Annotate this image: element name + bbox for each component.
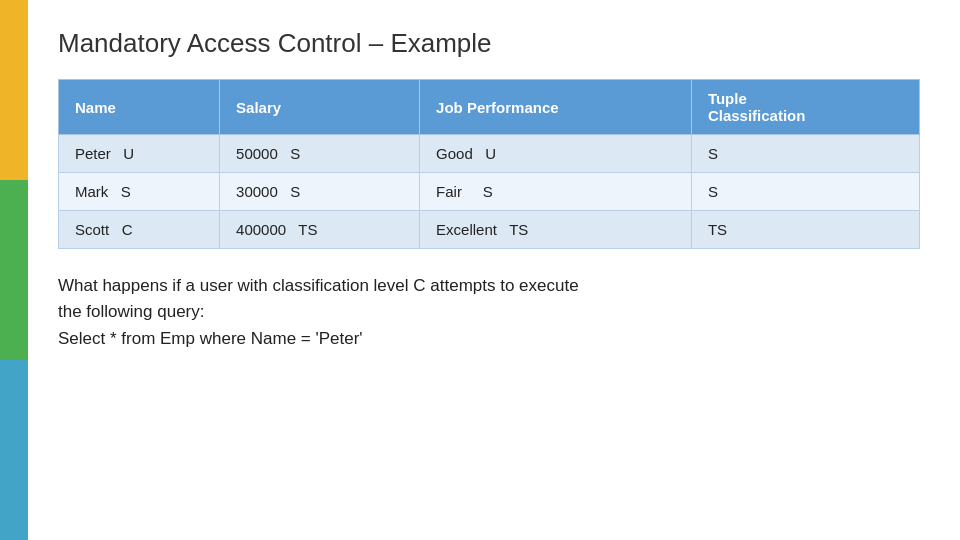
- cell-performance-peter: Good U: [420, 135, 692, 173]
- description-line1: What happens if a user with classificati…: [58, 276, 579, 295]
- cell-name-scott: Scott C: [59, 211, 220, 249]
- sidebar-blue-stripe: [0, 360, 28, 540]
- cell-tuple-scott: TS: [691, 211, 919, 249]
- table-header-row: Name Salary Job Performance TupleClassif…: [59, 80, 920, 135]
- cell-name-peter: Peter U: [59, 135, 220, 173]
- col-header-salary: Salary: [220, 80, 420, 135]
- cell-name-mark: Mark S: [59, 173, 220, 211]
- table-row: Peter U 50000 S Good U S: [59, 135, 920, 173]
- cell-performance-mark: Fair S: [420, 173, 692, 211]
- description-line3: Select * from Emp where Name = 'Peter': [58, 329, 363, 348]
- mac-table: Name Salary Job Performance TupleClassif…: [58, 79, 920, 249]
- cell-salary-mark: 30000 S: [220, 173, 420, 211]
- table-row: Scott C 400000 TS Excellent TS TS: [59, 211, 920, 249]
- cell-performance-scott: Excellent TS: [420, 211, 692, 249]
- table-row: Mark S 30000 S Fair S S: [59, 173, 920, 211]
- cell-salary-scott: 400000 TS: [220, 211, 420, 249]
- sidebar-green-stripe: [0, 180, 28, 360]
- cell-tuple-mark: S: [691, 173, 919, 211]
- col-header-name: Name: [59, 80, 220, 135]
- page-title: Mandatory Access Control – Example: [58, 28, 920, 59]
- col-header-tuple: TupleClassification: [691, 80, 919, 135]
- left-sidebar: [0, 0, 28, 540]
- description-block: What happens if a user with classificati…: [58, 273, 920, 352]
- col-header-performance: Job Performance: [420, 80, 692, 135]
- cell-salary-peter: 50000 S: [220, 135, 420, 173]
- main-content: Mandatory Access Control – Example Name …: [28, 0, 960, 540]
- cell-tuple-peter: S: [691, 135, 919, 173]
- sidebar-yellow-stripe: [0, 0, 28, 180]
- description-line2: the following query:: [58, 302, 204, 321]
